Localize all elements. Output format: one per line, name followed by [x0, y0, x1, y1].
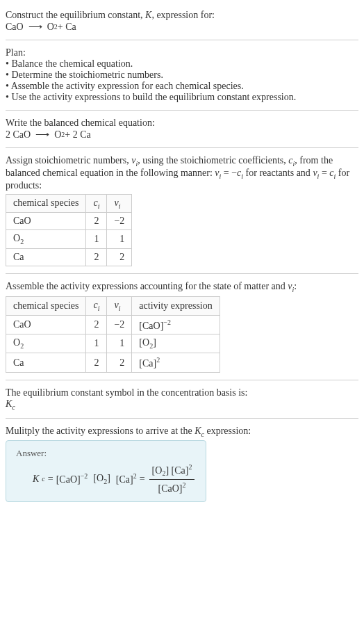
mul-text-b: expression:: [204, 426, 251, 436]
divider: [6, 380, 358, 380]
cell-ci: 1: [86, 334, 107, 353]
intro-line: Construct the equilibrium constant, K, e…: [6, 10, 358, 21]
arrow-icon: ⟶: [35, 129, 49, 140]
intro-text-b: , expression for:: [151, 10, 215, 20]
cell-nui: −2: [107, 213, 132, 230]
answer-box: Answer: Kc = [CaO]−2 [O2] [Ca]2 = [O2] […: [6, 440, 206, 501]
table-row: CaO 2 −2: [6, 213, 132, 230]
act-text-a: Assemble the activity expressions accoun…: [6, 281, 288, 291]
ans-Ksub: c: [42, 475, 44, 483]
frac-denominator: [CaO]2: [156, 480, 189, 494]
th-ci: ci: [86, 194, 107, 213]
activity-title: Assemble the activity expressions accoun…: [6, 281, 358, 293]
eq-rhs-b: + Ca: [58, 22, 76, 33]
th-species: chemical species: [6, 194, 86, 213]
plan-item-1: • Balance the chemical equation.: [6, 58, 358, 70]
table-row: Ca 2 2 [Ca]2: [6, 353, 220, 373]
cell-species: O2: [6, 334, 86, 353]
intro-section: Construct the equilibrium constant, K, e…: [6, 6, 358, 37]
cell-activity: [CaO]−2: [132, 315, 220, 334]
multiply-title: Mulitply the activity expressions to arr…: [6, 426, 358, 438]
table-row: O2 1 1: [6, 230, 132, 249]
table-row: chemical species ci νi: [6, 194, 132, 213]
bal-rhs-b: + 2 Ca: [65, 129, 90, 140]
mul-text-a: Mulitply the activity expressions to arr…: [6, 426, 195, 436]
divider: [6, 273, 358, 274]
cell-species: Ca: [6, 249, 86, 266]
plan-item-4: • Use the activity expressions to build …: [6, 92, 358, 103]
th-species: chemical species: [6, 296, 86, 315]
basis-symbol: Kc: [6, 398, 358, 411]
table-row: chemical species ci νi activity expressi…: [6, 296, 220, 315]
eq1-mid: = −: [221, 168, 237, 178]
cell-species: Ca: [6, 353, 86, 373]
ans-t2: [O2]: [93, 473, 110, 485]
cell-ci: 2: [86, 315, 107, 334]
arrow-icon: ⟶: [28, 21, 42, 33]
plan-item-3: • Assemble the activity expression for e…: [6, 81, 358, 92]
eq-rhs-a: O: [47, 22, 54, 33]
eq-lhs: CaO: [6, 22, 24, 33]
th-nui: νi: [107, 194, 132, 213]
stoich-table: chemical species ci νi CaO 2 −2 O2 1 1 C…: [6, 194, 132, 267]
cell-ci: 2: [86, 249, 107, 266]
balanced-section: Write the balanced chemical equation: 2 …: [6, 113, 358, 145]
balanced-equation: 2 CaO ⟶ O2 + 2 Ca: [6, 129, 358, 140]
stoich-text-b: , using the stoichiometric coefficients,: [138, 155, 288, 166]
fraction: [O2] [Ca]2 [CaO]2: [149, 463, 195, 494]
cell-species: O2: [6, 230, 86, 249]
act-text-b: :: [294, 281, 297, 291]
divider: [6, 40, 358, 40]
multiply-section: Mulitply the activity expressions to arr…: [6, 421, 358, 506]
ans-t3: [Ca]2: [116, 472, 137, 485]
ans-eq2: =: [140, 474, 145, 485]
stoich-text-d: for reactants and: [243, 168, 313, 178]
cell-nui: 1: [107, 230, 132, 249]
cell-nui: 2: [107, 353, 132, 373]
th-nui: νi: [107, 296, 132, 315]
th-activity: activity expression: [132, 296, 220, 315]
table-row: O2 1 1 [O2]: [6, 334, 220, 353]
cell-ci: 1: [86, 230, 107, 249]
activity-table: chemical species ci νi activity expressi…: [6, 296, 220, 373]
plan-title: Plan:: [6, 47, 358, 58]
cell-species: CaO: [6, 315, 86, 334]
divider: [6, 418, 358, 419]
table-row: Ca 2 2: [6, 249, 132, 266]
cell-activity: [Ca]2: [132, 353, 220, 373]
ans-K: K: [33, 474, 39, 485]
unbalanced-equation: CaO ⟶ O2 + Ca: [6, 21, 358, 33]
mul-K: K: [195, 426, 201, 436]
answer-equation: Kc = [CaO]−2 [O2] [Ca]2 = [O2] [Ca]2 [Ca…: [33, 463, 196, 494]
ans-t1: [CaO]−2: [56, 472, 88, 485]
th-ci: ci: [86, 296, 107, 315]
basis-section: The equilibrium constant symbol in the c…: [6, 383, 358, 415]
stoich-intro: Assign stoichiometric numbers, νi, using…: [6, 155, 358, 191]
cell-ci: 2: [86, 353, 107, 373]
plan-section: Plan: • Balance the chemical equation. •…: [6, 43, 358, 107]
cell-nui: −2: [107, 315, 132, 334]
divider: [6, 110, 358, 111]
activity-section: Assemble the activity expressions accoun…: [6, 277, 358, 377]
cell-ci: 2: [86, 213, 107, 230]
table-row: CaO 2 −2 [CaO]−2: [6, 315, 220, 334]
balanced-title: Write the balanced chemical equation:: [6, 118, 358, 129]
K-symbol: K: [145, 10, 151, 20]
stoich-text-a: Assign stoichiometric numbers,: [6, 155, 131, 166]
cell-activity: [O2]: [132, 334, 220, 353]
cell-species: CaO: [6, 213, 86, 230]
plan-item-2: • Determine the stoichiometric numbers.: [6, 70, 358, 81]
basis-title: The equilibrium constant symbol in the c…: [6, 387, 358, 398]
stoich-section: Assign stoichiometric numbers, νi, using…: [6, 151, 358, 271]
divider: [6, 147, 358, 148]
frac-numerator: [O2] [Ca]2: [149, 463, 195, 479]
cell-nui: 1: [107, 334, 132, 353]
eq2-mid: =: [319, 168, 329, 178]
bal-rhs-a: O: [54, 129, 61, 140]
bal-lhs: 2 CaO: [6, 129, 31, 140]
intro-text-a: Construct the equilibrium constant,: [6, 10, 145, 20]
cell-nui: 2: [107, 249, 132, 266]
answer-label: Answer:: [16, 448, 196, 459]
ans-eq1: =: [48, 474, 53, 485]
